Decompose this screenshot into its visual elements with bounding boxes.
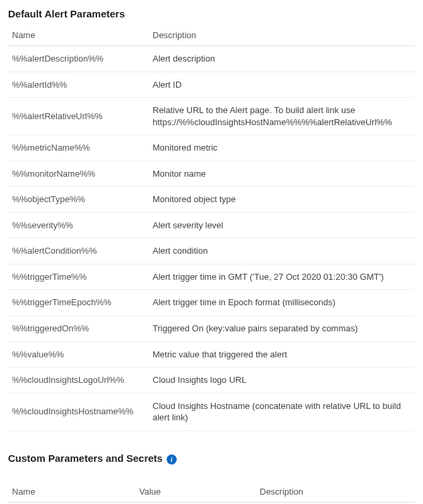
param-desc: Cloud Insights logo URL <box>149 367 415 394</box>
default-params-table: Name Description %%alertDescription%%Ale… <box>8 25 415 431</box>
param-desc: Triggered On (key:value pairs separated … <box>149 316 415 342</box>
table-row: %%cloudInsightsHostname%%Cloud Insights … <box>8 393 415 430</box>
param-desc: Cloud Insights Hostname (concatenate wit… <box>149 393 415 430</box>
table-row: %%alertCondition%%Alert condition <box>8 238 415 264</box>
param-name: %%objectType%% <box>8 187 149 213</box>
table-row: %%triggerTimeEpoch%%Alert trigger time i… <box>8 290 415 316</box>
param-name: %%triggerTimeEpoch%% <box>8 290 149 316</box>
param-desc: Monitor name <box>149 161 415 187</box>
param-desc: Alert severity level <box>149 212 415 238</box>
param-desc: Alert description <box>149 46 415 72</box>
param-desc: Alert trigger time in GMT ('Tue, 27 Oct … <box>149 264 415 290</box>
table-row: %%objectType%%Monitored object type <box>8 187 415 213</box>
table-row: %%alertDescription%%Alert description <box>8 46 415 72</box>
table-row: %%severity%%Alert severity level <box>8 212 415 238</box>
param-name: %%alertCondition%% <box>8 238 149 264</box>
col-name: Name <box>8 481 135 503</box>
param-desc: Alert trigger time in Epoch format (mill… <box>149 290 415 316</box>
table-row: %%alertId%%Alert ID <box>8 72 415 98</box>
table-row: %%triggerTime%%Alert trigger time in GMT… <box>8 264 415 290</box>
param-desc: Alert condition <box>149 238 415 264</box>
param-desc: Alert ID <box>149 72 415 98</box>
custom-params-title: Custom Parameters and Secrets <box>8 450 163 469</box>
param-desc: Monitored metric <box>149 135 415 161</box>
param-name: %%cloudInsightsLogoUrl%% <box>8 367 149 394</box>
table-row: %%alertRelativeUrl%%Relative URL to the … <box>8 98 415 135</box>
table-row: %%triggeredOn%%Triggered On (key:value p… <box>8 316 415 342</box>
col-desc: Description <box>149 25 415 46</box>
table-row: %%value%%Metric value that triggered the… <box>8 341 415 367</box>
col-desc: Description <box>256 481 415 503</box>
col-name: Name <box>8 25 149 46</box>
table-row: %%monitorName%%Monitor name <box>8 161 415 187</box>
table-row: %%cloudInsightsLogoUrl%%Cloud Insights l… <box>8 367 415 394</box>
param-name: %%alertRelativeUrl%% <box>8 98 149 135</box>
param-name: %%cloudInsightsHostname%% <box>8 393 149 430</box>
param-name: %%triggeredOn%% <box>8 316 149 342</box>
param-name: %%monitorName%% <box>8 161 149 187</box>
param-name: %%metricName%% <box>8 135 149 161</box>
param-desc: Monitored object type <box>149 187 415 213</box>
param-name: %%alertId%% <box>8 72 149 98</box>
table-row: %%metricName%%Monitored metric <box>8 135 415 161</box>
custom-params-table: Name Value Description No Data Available <box>8 481 415 504</box>
param-name: %%value%% <box>8 341 149 367</box>
param-name: %%triggerTime%% <box>8 264 149 290</box>
col-value: Value <box>135 481 256 503</box>
param-desc: Relative URL to the Alert page. To build… <box>149 98 415 135</box>
param-name: %%severity%% <box>8 212 149 238</box>
param-name: %%alertDescription%% <box>8 46 149 72</box>
default-params-title: Default Alert Parameters <box>8 5 415 25</box>
info-icon[interactable]: i <box>167 454 177 465</box>
param-desc: Metric value that triggered the alert <box>149 341 415 367</box>
